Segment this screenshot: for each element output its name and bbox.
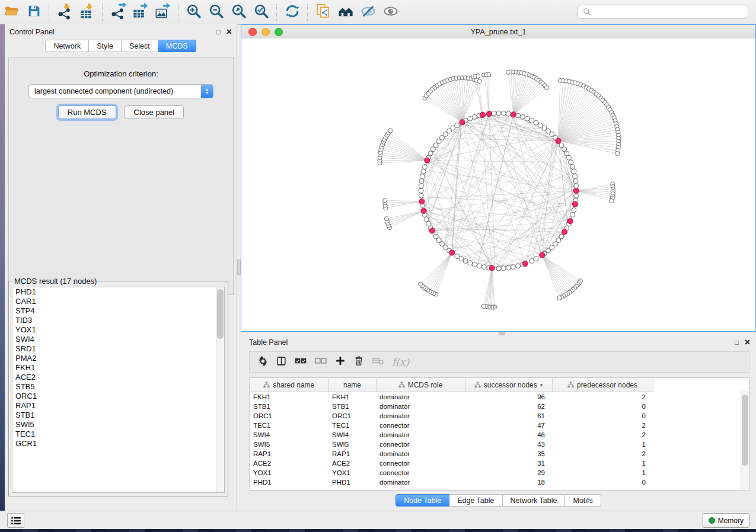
column-header-successor-nodes[interactable]: successor nodes▾ [465,378,552,392]
table-cell[interactable]: 61 [465,411,552,421]
network-window-titlebar[interactable]: YPA_prune.txt_1 [241,25,755,39]
table-cell[interactable]: RAP1 [328,449,376,459]
tab-node-table[interactable]: Node Table [395,494,449,507]
optimization-criterion-select[interactable]: largest connected component (undirected)… [28,84,213,98]
network-graph[interactable] [241,39,756,331]
table-cell[interactable]: SWI4 [328,430,376,440]
table-cell[interactable]: 47 [465,421,552,430]
network-canvas[interactable] [241,39,755,331]
table-row[interactable]: YOX1YOX1connector291 [250,468,653,477]
list-item[interactable]: STB5 [12,382,224,392]
table-cell[interactable]: 18 [465,477,552,487]
tab-network-table[interactable]: Network Table [503,494,566,507]
table-cell[interactable]: 35 [465,449,552,459]
list-item[interactable]: TID3 [12,316,224,325]
table-scrollbar[interactable] [741,391,749,490]
table-cell[interactable]: ACE2 [250,459,328,468]
column-header-name[interactable]: name [328,378,376,392]
list-item[interactable]: TEC1 [12,430,224,439]
run-mcds-button[interactable]: Run MCDS [58,105,116,119]
search-box[interactable] [578,5,748,19]
table-cell[interactable]: 31 [465,459,552,468]
hide-selected-button[interactable] [358,3,378,22]
table-cell[interactable]: 1 [552,468,653,477]
memory-button[interactable]: Memory [703,513,749,528]
tab-motifs[interactable]: Motifs [565,494,601,507]
table-row[interactable]: TEC1TEC1connector472 [250,421,653,430]
table-cell[interactable]: 1 [552,440,653,449]
table-cell[interactable]: connector [376,440,465,449]
task-history-button[interactable] [7,513,24,528]
table-cell[interactable]: connector [376,459,465,468]
table-row[interactable]: STB1STB1dominator620 [250,402,653,411]
zoom-selected-button[interactable] [251,3,272,22]
table-settings-gear-icon[interactable] [258,356,268,368]
delete-column-icon[interactable] [354,355,363,368]
list-item[interactable]: ACE2 [12,373,224,382]
table-cell[interactable]: STB1 [250,402,328,411]
table-cell[interactable]: 0 [552,402,653,411]
tab-select[interactable]: Select [122,40,158,52]
list-item[interactable]: CAR1 [12,297,224,306]
table-cell[interactable]: STB1 [328,402,376,411]
column-header-predecessor-nodes[interactable]: predecessor nodes [552,378,653,392]
table-row[interactable]: RAP1RAP1dominator352 [250,449,653,459]
table-cell[interactable]: 2 [552,392,653,402]
table-cell[interactable]: dominator [376,411,465,421]
table-cell[interactable]: ORC1 [328,411,376,421]
table-cell[interactable]: 62 [465,402,552,411]
table-cell[interactable]: dominator [376,392,465,402]
tab-mcds[interactable]: MCDS [158,40,196,52]
table-cell[interactable]: FKH1 [328,392,376,402]
table-cell[interactable]: 96 [465,392,552,402]
table-row[interactable]: SWI4SWI4dominator462 [250,430,653,440]
table-cell[interactable]: SWI4 [250,430,328,440]
tab-style[interactable]: Style [89,40,122,52]
column-header-mcds-role[interactable]: MCDS role [376,378,465,392]
tab-network[interactable]: Network [45,40,89,52]
scrollbar-thumb[interactable] [217,289,224,339]
table-cell[interactable]: PHD1 [250,477,328,487]
list-item[interactable]: ORC1 [12,392,224,401]
table-cell[interactable]: dominator [376,449,465,459]
close-panel-button[interactable]: Close panel [125,105,184,119]
import-network-button[interactable] [55,3,75,22]
table-cell[interactable]: connector [376,421,465,430]
table-cell[interactable]: YOX1 [250,468,328,477]
add-column-icon[interactable] [335,355,346,368]
zoom-fit-button[interactable] [229,3,249,22]
search-input[interactable] [595,7,743,17]
apply-function-icon[interactable]: f(x) [392,356,409,368]
show-all-button[interactable] [381,3,401,22]
scrollbar-thumb[interactable] [742,395,748,466]
table-cell[interactable]: 1 [552,459,653,468]
table-cell[interactable]: TEC1 [250,421,328,430]
column-header-shared-name[interactable]: shared name [250,378,328,392]
list-item[interactable]: SWI4 [12,335,224,344]
table-cell[interactable]: dominator [376,402,465,411]
table-row[interactable]: FKH1FKH1dominator962 [250,392,653,402]
list-item[interactable]: SRD1 [12,344,224,354]
float-panel-icon[interactable]: □ [216,28,221,36]
table-cell[interactable]: 29 [465,468,552,477]
list-item[interactable]: FKH1 [12,363,224,373]
table-cell[interactable]: dominator [376,430,465,440]
delete-table-icon[interactable] [372,357,384,368]
float-panel-icon[interactable]: □ [735,339,739,346]
list-item[interactable]: YOX1 [12,325,224,335]
table-cell[interactable]: SWI5 [250,440,328,449]
table-cell[interactable]: PHD1 [328,477,376,487]
tab-edge-table[interactable]: Edge Table [449,494,502,507]
table-cell[interactable]: FKH1 [250,392,328,402]
select-all-icon[interactable] [295,357,307,367]
export-image-button[interactable] [153,3,173,22]
list-item[interactable]: STB1 [12,411,224,420]
import-table-button[interactable] [77,3,97,22]
zoom-out-button[interactable] [206,3,227,22]
apply-layout-button[interactable] [282,3,302,22]
table-row[interactable]: ACE2ACE2connector311 [250,459,653,468]
first-neighbors-button[interactable] [336,3,356,22]
table-cell[interactable]: dominator [376,477,465,487]
zoom-in-button[interactable] [184,3,204,22]
open-file-button[interactable] [1,3,21,22]
